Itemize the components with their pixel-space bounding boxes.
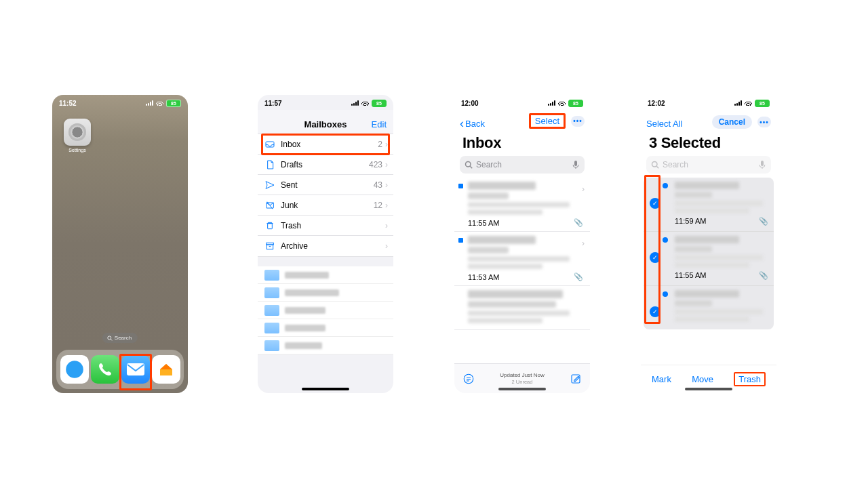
mark-button[interactable]: Mark <box>652 374 671 384</box>
junk-icon <box>264 200 275 211</box>
edit-button[interactable]: Edit <box>372 119 387 129</box>
search-icon <box>651 161 659 169</box>
subject-blurred <box>675 300 712 306</box>
chevron-right-icon: › <box>384 160 389 169</box>
settings-icon <box>64 119 91 146</box>
chevron-right-icon: › <box>384 221 389 230</box>
clock: 12:02 <box>648 100 665 107</box>
cellular-icon <box>146 100 153 106</box>
search-field[interactable]: Search <box>460 156 585 174</box>
highlight-mail-app <box>119 354 152 390</box>
search-icon <box>107 336 113 341</box>
folder-label-blurred <box>285 307 326 314</box>
message-row[interactable]: ✓ 11:55 AM📎 <box>644 232 774 286</box>
phone-app[interactable] <box>91 355 119 384</box>
settings-app[interactable]: Settings <box>62 119 92 152</box>
trash-button[interactable]: Trash <box>734 372 766 386</box>
more-button[interactable]: ••• <box>571 116 585 127</box>
battery-icon: 85 <box>166 100 181 107</box>
message-row[interactable] <box>454 286 590 330</box>
folder-row[interactable] <box>258 337 393 354</box>
preview-blurred <box>468 256 570 262</box>
sender-blurred <box>675 290 739 298</box>
move-button[interactable]: Move <box>692 374 713 384</box>
preview-blurred <box>468 264 542 269</box>
message-list-selected: ✓ 11:59 AM📎 ✓ 11:55 AM📎 ✓ <box>644 178 774 329</box>
mailbox-junk[interactable]: Junk 12 › <box>258 195 393 216</box>
svg-point-17 <box>652 162 658 167</box>
message-row[interactable]: ✓ 11:59 AM📎 <box>644 178 774 232</box>
highlight-checkboxes <box>644 175 660 324</box>
dictation-icon[interactable] <box>572 160 579 169</box>
unread-indicator <box>663 237 668 243</box>
cellular-icon <box>351 100 359 106</box>
page-title: Inbox <box>454 133 590 156</box>
preview-blurred <box>675 208 749 214</box>
home-indicator[interactable] <box>685 388 732 390</box>
settings-label: Settings <box>62 148 92 152</box>
sync-status: Updated Just Now 2 Unread <box>500 372 544 386</box>
wifi-icon <box>361 100 369 106</box>
select-button[interactable]: Select <box>529 113 566 129</box>
folder-row[interactable] <box>258 266 393 284</box>
home-screen: 11:52 85 Settings Search <box>52 95 188 393</box>
chevron-right-icon: › <box>582 239 585 248</box>
cancel-button[interactable]: Cancel <box>712 115 752 129</box>
select-all-button[interactable]: Select All <box>646 119 682 129</box>
message-row[interactable]: › 11:55 AM📎 <box>454 178 590 232</box>
svg-rect-14 <box>574 161 577 166</box>
drafts-icon <box>264 159 275 170</box>
attachment-icon: 📎 <box>574 272 583 281</box>
folder-row[interactable] <box>258 302 393 319</box>
message-time: 11:59 AM <box>675 217 706 226</box>
unread-indicator <box>663 291 668 297</box>
back-button[interactable]: Back <box>460 119 485 129</box>
svg-point-0 <box>108 336 111 340</box>
folder-label-blurred <box>285 342 322 349</box>
sender-blurred <box>468 290 563 298</box>
status-right: 85 <box>146 100 181 107</box>
status-bar: 12:02 85 <box>641 95 776 110</box>
chevron-right-icon: › <box>384 180 389 190</box>
battery-icon: 85 <box>372 100 387 107</box>
svg-rect-8 <box>268 223 273 228</box>
battery-icon: 85 <box>755 100 770 107</box>
clock: 11:57 <box>264 100 282 107</box>
spotlight-search-pill[interactable]: Search <box>102 333 138 343</box>
home-indicator[interactable] <box>498 388 546 390</box>
subject-blurred <box>675 246 712 252</box>
filter-button[interactable] <box>462 373 475 385</box>
folder-row[interactable] <box>258 284 393 302</box>
preview-blurred <box>468 310 570 316</box>
folder-label-blurred <box>285 325 326 331</box>
sender-blurred <box>468 182 536 190</box>
more-button[interactable]: ••• <box>757 117 771 127</box>
cellular-icon <box>734 100 742 106</box>
attachment-icon: 📎 <box>574 218 583 227</box>
status-right: 85 <box>351 100 387 107</box>
mailbox-archive[interactable]: Archive › <box>258 236 393 256</box>
wifi-icon <box>745 100 752 106</box>
message-row[interactable]: ✓ <box>644 286 774 329</box>
svg-rect-10 <box>267 245 273 249</box>
folder-label-blurred <box>285 289 339 296</box>
unread-indicator <box>663 183 668 188</box>
mailbox-trash[interactable]: Trash › <box>258 216 393 236</box>
unread-indicator <box>458 184 463 188</box>
folder-icon <box>264 270 279 281</box>
message-time: 11:53 AM <box>468 273 499 281</box>
folder-row[interactable] <box>258 319 393 337</box>
compose-button[interactable] <box>570 373 582 385</box>
message-row[interactable]: › 11:53 AM📎 <box>454 232 590 286</box>
folder-icon <box>264 305 279 316</box>
svg-line-18 <box>656 166 658 168</box>
home-app[interactable] <box>152 355 180 384</box>
chevron-right-icon: › <box>384 241 389 251</box>
sender-blurred <box>468 236 536 244</box>
home-indicator[interactable] <box>302 388 349 390</box>
mailbox-sent[interactable]: Sent 43 › <box>258 175 393 195</box>
safari-app[interactable] <box>60 355 89 384</box>
inbox-selection-screen: 12:02 85 Select All Cancel ••• 3 Selecte… <box>641 95 776 393</box>
preview-blurred <box>468 209 542 215</box>
mailbox-drafts[interactable]: Drafts 423 › <box>258 155 393 175</box>
